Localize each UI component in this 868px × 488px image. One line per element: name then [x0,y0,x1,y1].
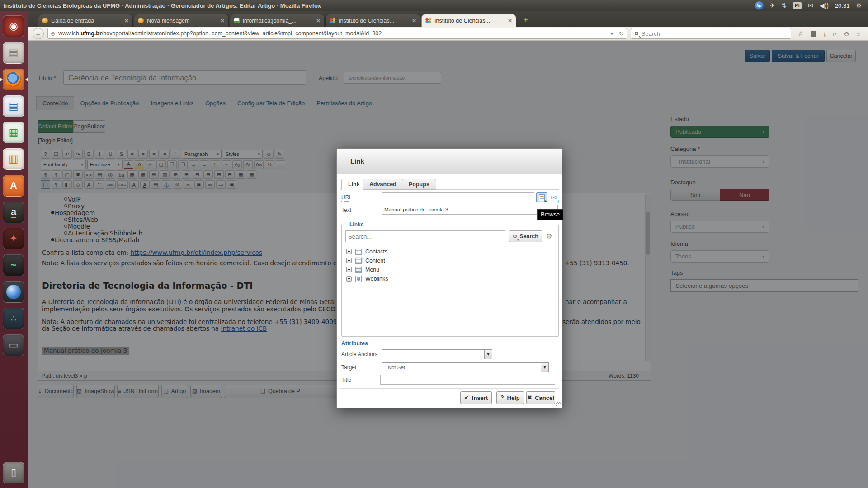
close-icon[interactable]: ✕ [412,18,416,24]
window-title: Instituto de Ciencias Biologicas da UFMG… [0,2,321,9]
browse-button[interactable]: + [536,192,547,202]
mail-tab-icon [42,18,48,23]
launcher-item-firefox[interactable] [3,69,24,90]
launcher-item-libreoffice-writer[interactable]: ▤ [3,95,24,117]
dialog-title-input[interactable] [380,375,555,385]
hamburger-menu-icon[interactable]: ≡ [853,30,863,38]
keyboard-layout-indicator[interactable]: Pt [793,2,802,9]
launcher-item-libreoffice-impress[interactable]: ▥ [3,148,24,170]
close-icon[interactable]: ✕ [124,18,129,24]
links-legend: Links [347,221,366,228]
gear-icon[interactable]: ⚙ [546,232,552,240]
help-button[interactable]: ? Help [496,391,524,404]
text-input[interactable] [382,205,558,215]
expand-icon[interactable]: + [346,258,352,263]
focused-app-arrow [25,77,28,82]
browser-search-field[interactable]: Search [631,28,791,39]
anchors-select[interactable]: --- ▼ [382,349,492,359]
browser-tab-3[interactable]: Instituto de Ciencias...✕ [326,14,420,27]
close-icon[interactable]: ✕ [316,18,321,24]
resize-handle[interactable] [556,402,561,407]
launcher-item-software-center[interactable]: A [3,175,24,197]
tab-title: Caixa de entrada [51,18,121,24]
indicator-bird-icon[interactable]: ✈ [770,0,775,11]
dialog-title: Link [337,149,562,165]
home-icon[interactable]: ⌂ [830,30,840,38]
site-globe-icon: ⊕ [51,30,56,37]
url-label: URL [341,194,352,202]
content-icon [355,258,362,264]
new-tab-button[interactable]: + [519,15,533,26]
hp-logo-icon[interactable]: hp [755,1,764,10]
title-label: Title [341,377,351,384]
x-icon: ✖ [527,394,532,401]
expand-icon[interactable]: + [346,276,352,282]
launcher-item-libreoffice-calc[interactable]: ▦ [3,122,24,143]
question-icon: ? [500,394,504,401]
session-gear-icon[interactable]: ⚙ [856,0,862,11]
tab-title: Nova mensagem [147,18,217,24]
browser-chrome: Caixa de entrada✕Nova mensagem✕informati… [28,11,868,41]
launcher-item-utility-red[interactable]: ✦ [3,228,24,249]
launcher-item-dash-home[interactable]: ◉ [3,15,24,37]
url-text[interactable]: www.icb.ufmg.br/novoportal/administrator… [58,30,608,37]
email-link-button[interactable]: ✉ + [548,192,559,202]
tree-item-content[interactable]: +Content [346,258,385,264]
bookmarks-menu-icon[interactable]: ▤ [807,29,820,38]
expand-icon[interactable]: + [346,267,352,272]
sync-arrows-icon[interactable]: ⇅ [781,0,787,11]
weblinks-icon [355,276,362,282]
url-bar[interactable]: ⊕ www.icb.ufmg.br/novoportal/administrat… [47,28,627,39]
dialog-header[interactable]: Link [337,149,562,174]
mail-icon: ✉ [551,193,557,202]
links-search-button[interactable]: Search [509,230,542,242]
expand-icon[interactable]: + [346,249,352,254]
tab-title: informatica:joomla_... [243,18,313,24]
tab-popups[interactable]: Popups [402,179,436,190]
search-icon [513,235,517,238]
launcher-item-file-manager[interactable]: ▤ [3,42,24,64]
url-input[interactable] [382,192,534,202]
downloads-icon[interactable]: ↓ [820,30,830,38]
insert-button[interactable]: ✔ Insert [460,391,492,404]
tree-item-label: Contacts [365,249,387,255]
browser-tab-0[interactable]: Caixa de entrada✕ [38,14,133,27]
tab-title: Instituto de Ciencias... [434,18,505,24]
tree-item-weblinks[interactable]: +Weblinks [346,276,388,282]
launcher-item-network-tool[interactable]: ∴ [3,308,24,329]
launcher-item-disk-utility[interactable]: ▭ [3,334,24,356]
close-icon[interactable]: ✕ [220,18,225,24]
bookmark-star-icon[interactable]: ☆ [795,29,807,38]
back-button[interactable]: ← [33,28,44,39]
mail-tab-icon [138,18,144,23]
volume-indicator-icon[interactable]: ◀)) [820,0,829,11]
launcher-item-trash[interactable]: ▯ [3,462,24,483]
browser-tab-2[interactable]: informatica:joomla_...✕ [230,14,325,27]
desktop-top-bar: Instituto de Ciencias Biologicas da UFMG… [0,0,868,11]
menu-icon [355,267,362,273]
tree-item-menu[interactable]: +Menu [346,267,379,273]
search-placeholder: Search [642,30,660,37]
text-label: Text [341,207,351,214]
browser-tab-1[interactable]: Nova mensagem✕ [134,14,229,27]
browse-document-icon [539,194,545,201]
tree-item-label: Weblinks [365,276,388,282]
mail-indicator-icon[interactable]: ✉ [808,0,813,11]
links-search-input[interactable] [345,230,505,242]
hello-chat-icon[interactable]: ☺ [840,30,853,38]
dialog-cancel-button[interactable]: ✖ Cancel [526,391,555,404]
clock[interactable]: 20:31 [835,2,850,9]
tab-strip: Caixa de entrada✕Nova mensagem✕informati… [28,11,868,27]
launcher-item-blue-sphere-app[interactable] [3,281,24,303]
tab-advanced[interactable]: Advanced [363,179,403,190]
launcher-item-amazon[interactable]: a [3,202,24,223]
browser-tab-4[interactable]: Instituto de Ciencias...✕ [421,14,516,27]
links-fieldset: Links Search ⚙ +Contacts+Content+Menu+We… [341,225,559,337]
close-icon[interactable]: ✕ [508,18,512,24]
tree-item-label: Menu [365,267,379,273]
target-select[interactable]: --Not Set-- ▼ [382,362,549,372]
tree-item-contacts[interactable]: +Contacts [346,249,387,255]
url-dropdown-icon[interactable]: ▾ [611,31,613,36]
reload-icon[interactable]: ↻ [616,30,624,37]
launcher-item-system-monitor[interactable]: ~ [3,254,24,276]
